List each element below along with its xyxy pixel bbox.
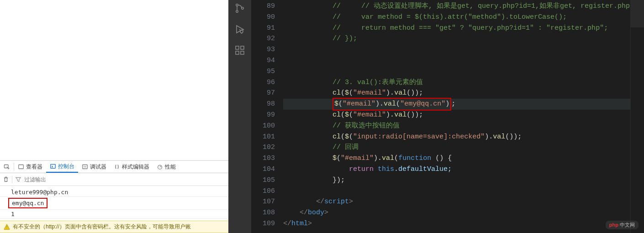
svg-rect-2	[51, 164, 56, 169]
code-line[interactable]: cl($("#email").val());	[283, 110, 630, 121]
code-line-active[interactable]: $("#email").val("emy@qq.cn");	[283, 99, 630, 110]
svg-rect-3	[83, 165, 88, 169]
line-number: 91	[251, 23, 275, 34]
code-line[interactable]: // return method === "get" ? "query.php?…	[283, 23, 630, 34]
line-number: 106	[251, 186, 275, 197]
code-line[interactable]: $("#email").val(function () {	[283, 153, 630, 164]
code-line[interactable]	[283, 186, 630, 197]
svg-point-9	[240, 30, 243, 33]
code-line[interactable]: </html>	[283, 218, 630, 229]
code-line[interactable]: });	[283, 175, 630, 186]
funnel-icon[interactable]	[15, 176, 21, 183]
svg-point-6	[236, 4, 238, 6]
svg-point-7	[236, 11, 238, 12]
page-viewport-blank	[0, 0, 228, 160]
code-line[interactable]: // 3. val():表单元素的值	[283, 77, 630, 88]
tab-inspector[interactable]: 查看器	[14, 161, 46, 173]
line-number: 89	[251, 1, 275, 12]
divider	[12, 176, 12, 183]
warning-icon	[4, 224, 10, 230]
inspector-icon	[18, 164, 24, 170]
line-number: 93	[251, 44, 275, 55]
code-line[interactable]: </body>	[283, 207, 630, 218]
minimap[interactable]	[630, 0, 644, 233]
security-warning[interactable]: 有不安全的（http://）页面中含有密码栏。这有安全风险，可能导致用户账	[0, 221, 228, 233]
code-line[interactable]: // 获取选中按钮的值	[283, 121, 630, 132]
tab-inspector-label: 查看器	[26, 163, 42, 171]
code-line[interactable]: // // 动态设置处理脚本, 如果是get, query.php?id=1,如…	[283, 1, 630, 12]
pick-element-icon	[4, 164, 10, 170]
extensions-icon[interactable]	[233, 44, 246, 57]
line-number: 109	[251, 218, 275, 229]
warning-text: 有不安全的（http://）页面中含有密码栏。这有安全风险，可能导致用户账	[13, 223, 191, 231]
devtools-panel: 查看器 控制台 调试器 样式编辑器 性能 leture999@php.cn em…	[0, 0, 228, 233]
line-number: 92	[251, 33, 275, 44]
svg-rect-13	[241, 46, 244, 49]
svg-rect-1	[19, 165, 24, 169]
line-number: 107	[251, 196, 275, 207]
line-number: 104	[251, 164, 275, 175]
tab-debugger[interactable]: 调试器	[78, 161, 110, 173]
source-control-icon[interactable]	[233, 2, 246, 15]
filter-input[interactable]	[24, 176, 226, 183]
code-line[interactable]: return this.defaultValue;	[283, 164, 630, 175]
line-number: 94	[251, 55, 275, 66]
code-area[interactable]: // // 动态设置处理脚本, 如果是get, query.php?id=1,如…	[283, 0, 630, 233]
code-line[interactable]: </script>	[283, 196, 630, 207]
activity-bar	[228, 0, 251, 233]
debugger-icon	[82, 164, 88, 170]
line-number: 103	[251, 153, 275, 164]
tab-performance-label: 性能	[165, 163, 176, 171]
line-number: 102	[251, 142, 275, 153]
style-editor-icon	[114, 164, 120, 170]
code-line[interactable]: // });	[283, 33, 630, 44]
code-line[interactable]: cl($("#email").val());	[283, 88, 630, 99]
svg-point-5	[6, 228, 7, 229]
tab-console-label: 控制台	[58, 163, 74, 170]
watermark-brand: php	[609, 222, 618, 228]
svg-rect-10	[236, 46, 239, 49]
line-number: 100	[251, 121, 275, 132]
code-line[interactable]: // 回调	[283, 142, 630, 153]
watermark: php 中文网	[606, 221, 639, 229]
line-number: 101	[251, 132, 275, 143]
line-number: 98	[251, 99, 275, 110]
line-number: 97	[251, 88, 275, 99]
tab-performance[interactable]: 性能	[153, 161, 179, 173]
tab-style-editor[interactable]: 样式编辑器	[110, 161, 153, 173]
svg-rect-11	[236, 51, 239, 54]
code-line[interactable]	[283, 66, 630, 77]
svg-rect-12	[241, 51, 244, 54]
code-line[interactable]	[283, 44, 630, 55]
trash-icon[interactable]	[3, 176, 9, 183]
console-icon	[50, 163, 56, 169]
line-number: 90	[251, 12, 275, 23]
console-line[interactable]: leture999@php.cn	[0, 188, 228, 197]
line-number: 95	[251, 66, 275, 77]
line-number: 108	[251, 207, 275, 218]
performance-icon	[157, 164, 163, 170]
console-line[interactable]: 1	[0, 210, 228, 219]
devtools-tabbar: 查看器 控制台 调试器 样式编辑器 性能	[0, 160, 228, 173]
code-line[interactable]: cl($("input:radio[name=save]:checked").v…	[283, 132, 630, 143]
line-number: 96	[251, 77, 275, 88]
code-line[interactable]	[283, 55, 630, 66]
line-number: 105	[251, 175, 275, 186]
console-output: leture999@php.cn emy@qq.cn 1	[0, 186, 228, 221]
line-number: 99	[251, 110, 275, 121]
line-number-gutter: 89 90 91 92 93 94 95 96 97 98 99 100 101…	[251, 0, 283, 233]
tab-console[interactable]: 控制台	[46, 161, 78, 173]
console-line-text: emy@qq.cn	[8, 198, 48, 208]
run-debug-icon[interactable]	[233, 23, 246, 36]
code-line[interactable]: // var method = $(this).attr("method").t…	[283, 12, 630, 23]
tab-debugger-label: 调试器	[90, 163, 106, 171]
console-toolbar	[0, 173, 228, 186]
vscode-window: 89 90 91 92 93 94 95 96 97 98 99 100 101…	[228, 0, 644, 233]
code-editor[interactable]: 89 90 91 92 93 94 95 96 97 98 99 100 101…	[251, 0, 644, 233]
tab-style-editor-label: 样式编辑器	[122, 163, 149, 171]
watermark-text: 中文网	[618, 222, 635, 228]
pick-element-button[interactable]	[0, 161, 14, 173]
console-line-highlighted[interactable]: emy@qq.cn	[0, 197, 228, 210]
